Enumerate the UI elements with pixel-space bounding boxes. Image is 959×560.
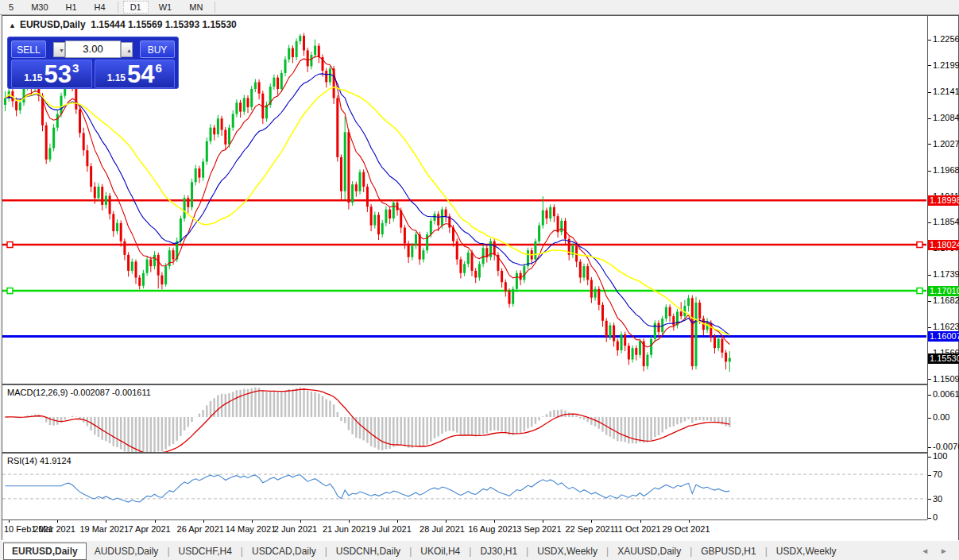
bullish-candle (538, 226, 540, 241)
bullish-candle (344, 132, 346, 191)
bullish-candle (184, 198, 186, 218)
bullish-candle (415, 234, 417, 245)
line-drag-handle[interactable] (917, 288, 922, 294)
chart-title: ▲EURUSD,Daily 1.15444 1.15569 1.15393 1.… (9, 19, 237, 30)
date-label: 9 Jul 2021 (371, 524, 412, 534)
timeframe-button-m30[interactable]: M30 (24, 1, 55, 14)
bullish-candle (359, 172, 362, 191)
bullish-candle (523, 266, 525, 280)
bearish-candle (101, 187, 103, 205)
bearish-candle (404, 228, 406, 244)
bearish-candle (698, 303, 701, 319)
horizontal-line-1.17010[interactable] (2, 288, 926, 294)
bearish-candle (292, 48, 294, 57)
tab-separator: | (325, 546, 327, 557)
bearish-candle (138, 277, 141, 285)
bullish-candle (430, 221, 432, 234)
chart-tab-xauusd-daily[interactable]: XAUUSD,Daily (609, 543, 689, 559)
buy-price-display[interactable]: 1.15 54 6 (95, 60, 176, 88)
bearish-candle (725, 353, 727, 361)
timeframe-button-mn[interactable]: MN (182, 1, 210, 14)
chart-tab-usdx-weekly[interactable]: USDX,Weekly (529, 543, 605, 559)
main-price-pane[interactable]: ▲EURUSD,Daily 1.15444 1.15569 1.15393 1.… (2, 16, 927, 385)
bullish-candle (19, 102, 21, 110)
date-tick (543, 520, 543, 523)
rsi-indicator-pane[interactable]: RSI(14) 41.9124 (2, 454, 927, 520)
chart-tab-usdx-weekly[interactable]: USDX,Weekly (768, 543, 845, 559)
bearish-candle (456, 241, 458, 260)
chart-tab-audusd-daily[interactable]: AUDUSD,Daily (87, 543, 167, 559)
bearish-candle (239, 102, 242, 111)
bullish-candle (434, 214, 436, 221)
bearish-candle (303, 36, 305, 50)
price-tick-label: 1.15095 (928, 374, 959, 384)
bullish-candle (392, 203, 395, 218)
date-tick (106, 520, 106, 523)
price-badge-1.18998: 1.18998 (928, 195, 959, 206)
timeframe-button-5[interactable]: 5 (2, 1, 21, 14)
line-drag-handle[interactable] (917, 242, 922, 248)
bullish-candle (206, 141, 208, 162)
line-drag-handle[interactable] (7, 288, 13, 294)
bullish-candle (411, 245, 413, 257)
bullish-candle (482, 248, 485, 264)
bullish-candle (646, 355, 648, 366)
bearish-candle (149, 260, 152, 267)
timeframe-button-w1[interactable]: W1 (152, 1, 180, 14)
chart-window: ▲EURUSD,Daily 1.15444 1.15569 1.15393 1.… (2, 15, 959, 541)
bullish-candle (52, 128, 55, 149)
chart-tab-eurusd-daily[interactable]: EURUSD,Daily (3, 543, 87, 560)
bullish-candle (288, 48, 290, 60)
chart-tab-usdcnh-daily[interactable]: USDCNH,Daily (328, 543, 408, 559)
chart-tab-usdcad-daily[interactable]: USDCAD,Daily (244, 543, 324, 559)
bearish-candle (680, 311, 683, 316)
rsi-canvas[interactable] (2, 454, 926, 519)
bearish-candle (109, 195, 111, 214)
macd-indicator-pane[interactable]: MACD(12,26,9) -0.002087 -0.001611 (2, 385, 927, 454)
volume-input[interactable]: 3.00 (65, 41, 121, 58)
volume-decrease-button[interactable]: ▼ (53, 42, 65, 57)
sell-price-display[interactable]: 1.15 53 3 (11, 60, 92, 88)
bullish-candle (422, 250, 424, 259)
buy-button[interactable]: BUY (140, 41, 175, 58)
timeframe-button-d1[interactable]: D1 (123, 1, 149, 14)
chart-tab-usdchf-h4[interactable]: USDCHF,H4 (171, 543, 240, 559)
bearish-candle (624, 334, 626, 346)
line-drag-handle[interactable] (7, 242, 13, 248)
bullish-candle (98, 187, 100, 198)
timeframe-button-h1[interactable]: H1 (59, 1, 84, 14)
bearish-candle (318, 46, 320, 57)
bearish-candle (471, 253, 474, 271)
price-axis[interactable]: 1.225651.219951.214101.208401.202701.196… (928, 16, 958, 539)
bullish-candle (467, 253, 470, 264)
chart-tab-gbpusd-h1[interactable]: GBPUSD,H1 (693, 543, 764, 559)
bearish-candle (459, 260, 462, 273)
bullish-candle (105, 195, 107, 204)
bullish-candle (441, 210, 443, 226)
bullish-candle (516, 273, 518, 289)
date-label: 7 Apr 2021 (129, 524, 171, 534)
date-axis[interactable]: 10 Feb 20211 Mar 202119 Mar 20217 Apr 20… (2, 520, 927, 539)
rsi-axis-label: 70 (928, 469, 942, 479)
tab-scroll-left-icon[interactable]: ◄ (921, 546, 929, 555)
sell-button[interactable]: SELL (11, 41, 46, 58)
bullish-candle (381, 223, 384, 234)
trade-panel-toggle-icon[interactable]: ▲ (9, 21, 16, 29)
date-label: 16 Aug 2021 (468, 524, 517, 534)
buy-price-pip: 6 (156, 61, 162, 75)
tab-separator: | (409, 546, 412, 557)
tab-separator: | (526, 546, 528, 557)
symbol-title: EURUSD,Daily (20, 19, 86, 30)
bearish-candle (325, 71, 327, 82)
bullish-candle (695, 303, 698, 366)
volume-increase-button[interactable]: ▲ (121, 42, 133, 57)
bearish-candle (366, 187, 369, 207)
bearish-candle (83, 133, 85, 151)
timeframe-button-h4[interactable]: H4 (87, 1, 113, 14)
bearish-candle (579, 261, 582, 277)
tab-scroll-right-icon[interactable]: ► (940, 546, 948, 555)
bearish-candle (75, 87, 77, 110)
chart-tab-dj30-h1[interactable]: DJ30,H1 (472, 543, 525, 559)
chart-tab-ukoil-h4[interactable]: UKOil,H4 (412, 543, 468, 559)
date-label: 11 Oct 2021 (614, 524, 661, 534)
